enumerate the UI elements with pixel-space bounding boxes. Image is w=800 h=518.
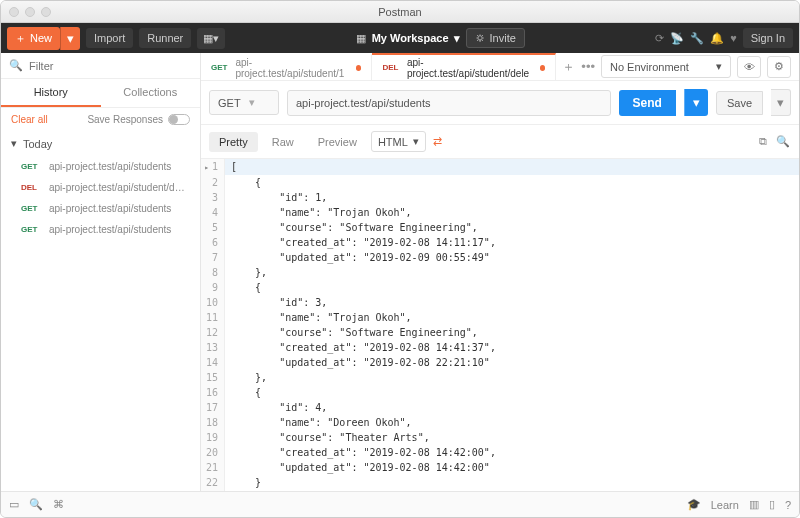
line-number: 11 xyxy=(201,310,225,325)
window-title: Postman xyxy=(1,6,799,18)
search-icon: 🔍 xyxy=(9,59,23,72)
history-url: api-project.test/api/students xyxy=(49,161,190,172)
code-text: "name": "Trojan Okoh", xyxy=(225,310,799,325)
code-text: } xyxy=(225,475,799,490)
url-input[interactable] xyxy=(287,90,611,116)
two-pane-icon[interactable]: ▯ xyxy=(769,498,775,511)
wrap-lines-button[interactable]: ⇄ xyxy=(430,135,446,148)
code-line: 17 "id": 4, xyxy=(201,400,799,415)
code-line: 13 "created_at": "2019-02-08 14:41:37", xyxy=(201,340,799,355)
request-tab[interactable]: DELapi-project.test/api/student/dele xyxy=(372,53,556,80)
resp-tab-raw[interactable]: Raw xyxy=(262,132,304,152)
request-tab[interactable]: GETapi-project.test/api/student/1 xyxy=(201,53,372,80)
line-number: 10 xyxy=(201,295,225,310)
unsaved-dot-icon xyxy=(540,65,546,71)
history-verb: GET xyxy=(21,162,43,171)
tab-options-button[interactable]: ••• xyxy=(581,59,595,74)
history-verb: GET xyxy=(21,204,43,213)
line-number: 4 xyxy=(201,205,225,220)
workspace-selector[interactable]: My Workspace ▾ xyxy=(372,32,460,45)
statusbar: ▭ 🔍 ⌘ 🎓 Learn ▥ ▯ ? xyxy=(1,491,799,517)
code-line: 3 "id": 1, xyxy=(201,190,799,205)
resp-tab-preview[interactable]: Preview xyxy=(308,132,367,152)
line-number: 3 xyxy=(201,190,225,205)
code-line: 22 } xyxy=(201,475,799,490)
code-line: 19 "course": "Theater Arts", xyxy=(201,430,799,445)
history-controls: Clear all Save Responses xyxy=(1,108,200,131)
code-line: 4 "name": "Trojan Okoh", xyxy=(201,205,799,220)
tab-collections[interactable]: Collections xyxy=(101,79,201,107)
response-body[interactable]: 1[2 {3 "id": 1,4 "name": "Trojan Okoh",5… xyxy=(201,159,799,491)
unsaved-dot-icon xyxy=(356,65,362,71)
tab-history[interactable]: History xyxy=(1,79,101,107)
satellite-icon[interactable]: 📡 xyxy=(670,32,684,45)
line-number: 8 xyxy=(201,265,225,280)
layout-builder-icon[interactable]: ▥ xyxy=(749,498,759,511)
search-response-button[interactable]: 🔍 xyxy=(775,135,791,148)
line-number: 15 xyxy=(201,370,225,385)
runner-button[interactable]: Runner xyxy=(139,28,191,48)
add-tab-button[interactable]: ＋ xyxy=(562,58,575,76)
console-icon[interactable]: ⌘ xyxy=(53,498,64,511)
sidebar-toggle-icon[interactable]: ▭ xyxy=(9,498,19,511)
signin-button[interactable]: Sign In xyxy=(743,28,793,48)
wrench-icon[interactable]: 🔧 xyxy=(690,32,704,45)
clear-all-link[interactable]: Clear all xyxy=(11,114,48,125)
send-button[interactable]: Send xyxy=(619,90,676,116)
sync-icon[interactable]: ⟳ xyxy=(655,32,664,45)
env-quicklook-button[interactable]: 👁 xyxy=(737,56,761,78)
import-button[interactable]: Import xyxy=(86,28,133,48)
find-icon[interactable]: 🔍 xyxy=(29,498,43,511)
code-line: 7 "updated_at": "2019-02-09 00:55:49" xyxy=(201,250,799,265)
line-number: 6 xyxy=(201,235,225,250)
code-text: "updated_at": "2019-02-09 00:55:49" xyxy=(225,250,799,265)
code-text: "name": "Trojan Okoh", xyxy=(225,205,799,220)
line-number: 2 xyxy=(201,175,225,190)
code-line: 8 }, xyxy=(201,265,799,280)
workspace-grid-icon: ▦ xyxy=(356,32,366,45)
heart-icon[interactable]: ♥ xyxy=(730,32,737,44)
tab-label: api-project.test/api/student/dele xyxy=(407,57,536,79)
code-line: 2 { xyxy=(201,175,799,190)
chevron-down-icon: ▾ xyxy=(11,137,17,150)
resp-tab-pretty[interactable]: Pretty xyxy=(209,132,258,152)
save-responses-label: Save Responses xyxy=(87,114,163,125)
save-button[interactable]: Save xyxy=(716,91,763,115)
method-select[interactable]: GET ▾ xyxy=(209,90,279,115)
bootcamp-icon[interactable]: 🎓 xyxy=(687,498,701,511)
environment-select[interactable]: No Environment ▾ xyxy=(601,55,731,78)
code-line: 14 "updated_at": "2019-02-08 22:21:10" xyxy=(201,355,799,370)
line-number: 5 xyxy=(201,220,225,235)
line-number: 1 xyxy=(201,159,225,175)
send-dropdown[interactable]: ▾ xyxy=(684,89,708,116)
env-settings-button[interactable]: ⚙ xyxy=(767,56,791,78)
new-dropdown[interactable]: ▾ xyxy=(60,27,80,50)
line-number: 20 xyxy=(201,445,225,460)
bell-icon[interactable]: 🔔 xyxy=(710,32,724,45)
history-item[interactable]: DELapi-project.test/api/student/delete/2 xyxy=(1,177,200,198)
history-item[interactable]: GETapi-project.test/api/students xyxy=(1,198,200,219)
help-icon[interactable]: ? xyxy=(785,499,791,511)
history-item[interactable]: GETapi-project.test/api/students xyxy=(1,219,200,240)
code-text: [ xyxy=(225,159,799,175)
copy-button[interactable]: ⧉ xyxy=(755,135,771,148)
save-responses-toggle[interactable] xyxy=(168,114,190,125)
code-text: }, xyxy=(225,265,799,280)
plus-icon: ＋ xyxy=(15,31,26,46)
code-text: "name": "Doreen Okoh", xyxy=(225,415,799,430)
format-select[interactable]: HTML ▾ xyxy=(371,131,426,152)
new-button[interactable]: ＋ New xyxy=(7,27,60,50)
windows-button[interactable]: ▦▾ xyxy=(197,28,225,49)
history-item[interactable]: GETapi-project.test/api/students xyxy=(1,156,200,177)
code-line: 1[ xyxy=(201,159,799,175)
tab-verb: DEL xyxy=(382,63,402,72)
history-group-today[interactable]: ▾ Today xyxy=(1,131,200,156)
learn-link[interactable]: Learn xyxy=(711,499,739,511)
save-dropdown[interactable]: ▾ xyxy=(771,89,791,116)
line-number: 9 xyxy=(201,280,225,295)
chevron-down-icon: ▾ xyxy=(413,135,419,148)
history-url: api-project.test/api/student/delete/2 xyxy=(49,182,190,193)
invite-button[interactable]: ⛭ Invite xyxy=(466,28,525,48)
line-number: 14 xyxy=(201,355,225,370)
filter-input[interactable] xyxy=(29,60,192,72)
